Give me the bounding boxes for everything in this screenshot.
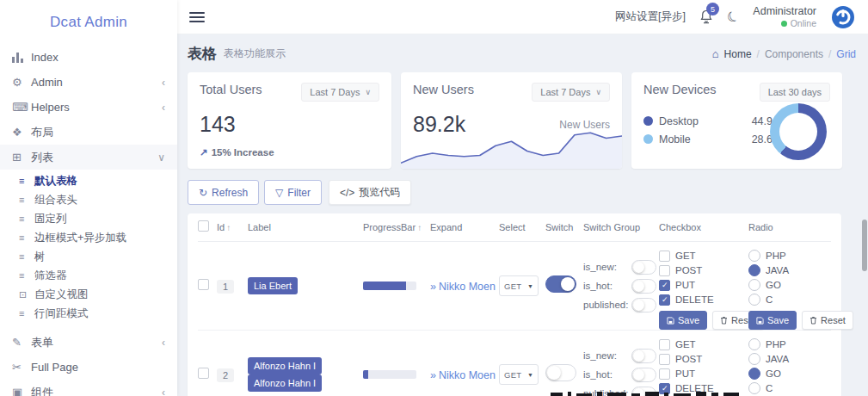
home-icon: ⌂: [712, 47, 719, 60]
trash-icon: [810, 316, 817, 325]
row-id: 2: [217, 368, 234, 382]
select-all-checkbox[interactable]: [198, 220, 209, 232]
radio-group: PHP JAVA GO C Save Reset: [748, 242, 831, 330]
power-logo-icon: [831, 5, 855, 29]
filter-button[interactable]: ▽Filter: [264, 180, 322, 205]
total-users-card: Total Users Last 7 Days∨ 143 ↗15% Increa…: [188, 72, 391, 169]
chevron-left-icon: ‹: [162, 387, 165, 396]
sidebar-item-components[interactable]: ▣ 组件 ‹: [0, 380, 177, 396]
radio-c[interactable]: [748, 294, 760, 306]
mobile-dot: [643, 134, 653, 144]
radio-php[interactable]: [748, 338, 760, 350]
radio-go[interactable]: [748, 368, 760, 380]
dark-mode-icon[interactable]: ☾: [724, 7, 742, 27]
chevron-down-icon: ∨: [157, 152, 165, 164]
save-button[interactable]: Save: [748, 311, 797, 330]
avatar[interactable]: [830, 4, 856, 30]
sidebar-subitem-combined-header[interactable]: ≡ 组合表头: [0, 190, 177, 209]
preview-code-button[interactable]: </>预览代码: [329, 180, 411, 205]
table-row: 2 Alfonzo Hahn IAlfonzo Hahn I »Nikko Mo…: [198, 331, 831, 396]
sidebar-subitem-border-async[interactable]: ≡ 边框模式+异步加载: [0, 228, 177, 247]
sidebar-item-index[interactable]: Index: [0, 45, 177, 70]
floppy-icon: [756, 317, 764, 325]
sidebar-item-label: 列表: [31, 150, 157, 165]
expand-link[interactable]: »Nikko Moen: [430, 369, 496, 381]
label-badge: Alfonzo Hahn I: [248, 374, 322, 392]
trend-up-icon: ↗: [200, 147, 208, 158]
sidebar-subitem-custom-view[interactable]: ⊡ 自定义视图: [0, 285, 177, 304]
sidebar-subitem-fixed-columns[interactable]: ≡ 固定列: [0, 209, 177, 228]
vertical-scrollbar[interactable]: [862, 220, 867, 271]
method-select[interactable]: GET▼: [499, 364, 539, 385]
sidebar-subitem-row-spacing[interactable]: ≡ 行间距模式: [0, 304, 177, 323]
chevron-left-icon: ‹: [162, 102, 165, 114]
is-hot-switch[interactable]: [631, 279, 656, 294]
checkbox-get[interactable]: [659, 339, 670, 350]
table-row: 1 Lia Ebert »Nikko Moen GET▼ is_new: is_…: [198, 242, 831, 331]
column-header-id[interactable]: Id↑: [217, 222, 248, 232]
row-switch[interactable]: [545, 364, 576, 381]
checkbox-group: GET POST PUT DELETE Save Reset: [659, 331, 748, 396]
range-dropdown[interactable]: Last 7 Days∨: [532, 83, 610, 102]
column-header-label: Label: [248, 222, 363, 232]
sidebar-item-label: Helpers: [31, 101, 162, 114]
checkbox-put[interactable]: [659, 368, 670, 380]
sidebar-item-list[interactable]: ⊞ 列表 ∨: [0, 145, 177, 170]
sidebar-item-form[interactable]: ✎ 表单 ‹: [0, 330, 177, 355]
sidebar-subitem-default-table[interactable]: ≡ 默认表格: [0, 171, 177, 190]
published-switch[interactable]: [631, 298, 656, 312]
checkbox-post[interactable]: [659, 354, 670, 365]
range-dropdown[interactable]: Last 7 Days∨: [301, 83, 379, 102]
method-select[interactable]: GET▼: [499, 275, 539, 296]
sidebar-item-label: Full Page: [31, 361, 165, 374]
online-status: Online: [791, 18, 816, 29]
list-icon: ≡: [19, 251, 34, 262]
notifications-button[interactable]: 5: [699, 9, 713, 24]
breadcrumb-home[interactable]: Home: [724, 48, 752, 60]
column-header-switch-group: Switch Group: [583, 222, 659, 232]
sidebar-toggle-icon[interactable]: [189, 9, 205, 25]
floppy-icon: [667, 317, 674, 325]
sidebar-subitem-filter[interactable]: ≡ 筛选器: [0, 266, 177, 285]
column-header-progressbar[interactable]: ProgressBar↑: [363, 222, 430, 232]
sidebar: Dcat Admin Index ⚙ Admin ‹ ⌨ Helpers ‹ ❖…: [0, 0, 177, 396]
brand-logo[interactable]: Dcat Admin: [0, 0, 177, 45]
donut-chart: [770, 103, 827, 160]
filter-icon: ▽: [275, 187, 283, 199]
reset-button[interactable]: Reset: [802, 311, 853, 330]
radio-java[interactable]: [748, 264, 760, 276]
card-title: Total Users: [200, 83, 262, 96]
save-button[interactable]: Save: [659, 311, 707, 330]
sidebar-item-layout[interactable]: ❖ 布局: [0, 120, 177, 145]
checkbox-delete[interactable]: [659, 294, 670, 306]
checkbox-post[interactable]: [659, 265, 670, 276]
expand-link[interactable]: »Nikko Moen: [430, 281, 496, 293]
radio-go[interactable]: [748, 279, 760, 291]
data-grid: Id↑ Label ProgressBar↑ Expand Select Swi…: [188, 213, 841, 396]
refresh-button[interactable]: ↻Refresh: [188, 180, 259, 205]
sidebar-item-helpers[interactable]: ⌨ Helpers ‹: [0, 95, 177, 120]
row-checkbox[interactable]: [198, 368, 209, 379]
radio-java[interactable]: [748, 353, 760, 365]
row-checkbox[interactable]: [198, 279, 209, 290]
user-menu[interactable]: Administrator Online: [753, 5, 816, 29]
is-new-switch[interactable]: [631, 349, 656, 363]
breadcrumb-components[interactable]: Components: [765, 48, 823, 60]
checkbox-get[interactable]: [659, 251, 670, 262]
range-button[interactable]: Last 30 days: [760, 83, 830, 102]
breadcrumb-grid[interactable]: Grid: [836, 48, 856, 60]
desktop-dot: [643, 116, 653, 126]
checkbox-put[interactable]: [659, 280, 670, 291]
legend-item: Desktop 44.9: [643, 112, 773, 130]
row-switch[interactable]: [545, 275, 576, 293]
is-hot-switch[interactable]: [631, 368, 656, 382]
sidebar-item-full-page[interactable]: ✂ Full Page: [0, 355, 177, 380]
breadcrumb: ⌂ Home / Components / Grid: [712, 47, 856, 60]
sidebar-subitem-tree[interactable]: ≡ 树: [0, 247, 177, 266]
sidebar-item-admin[interactable]: ⚙ Admin ‹: [0, 70, 177, 95]
site-settings-link[interactable]: 网站设置[异步]: [615, 9, 686, 24]
is-new-switch[interactable]: [631, 260, 656, 275]
page-title: 表格: [188, 44, 217, 64]
radio-php[interactable]: [748, 250, 760, 262]
row-id: 1: [217, 280, 234, 294]
